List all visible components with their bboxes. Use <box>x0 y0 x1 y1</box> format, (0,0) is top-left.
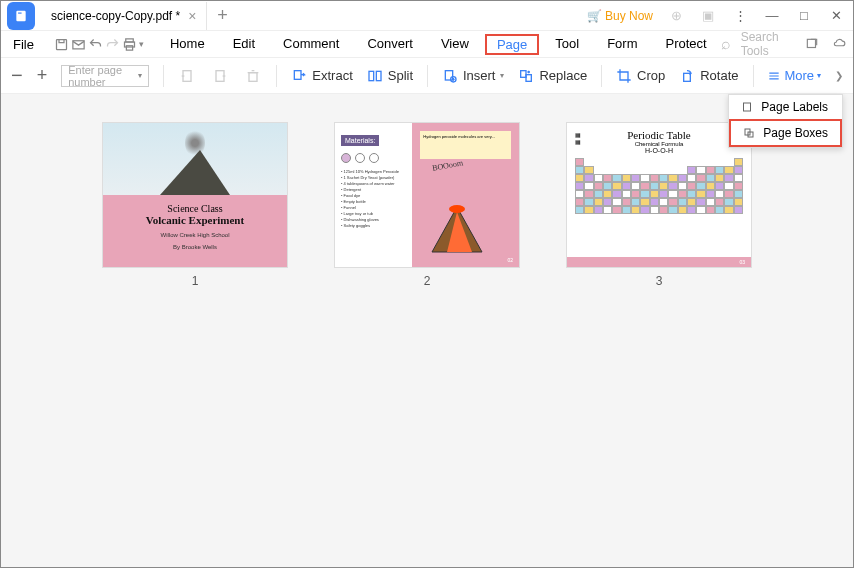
svg-rect-14 <box>445 70 452 79</box>
page-thumbnail-3[interactable]: ■■■ ▦▦ Periodic Table Chemical Formula H… <box>566 122 752 288</box>
search-icon: ⌕ <box>721 35 731 53</box>
zoom-out-button[interactable]: − <box>11 64 23 87</box>
redo-icon[interactable] <box>105 33 120 55</box>
menu-items: HomeEditCommentConvertViewPageToolFormPr… <box>158 34 719 55</box>
menu-edit[interactable]: Edit <box>221 34 267 55</box>
document-tab[interactable]: science-copy-Copy.pdf * × <box>41 2 207 30</box>
buy-now-button[interactable]: 🛒 Buy Now <box>587 9 653 23</box>
cloud-icon[interactable] <box>831 33 848 55</box>
page-number: 3 <box>656 274 663 288</box>
network-icon[interactable]: ⊕ <box>667 8 685 23</box>
page-number: 2 <box>424 274 431 288</box>
periodic-grid <box>575 158 743 214</box>
close-window-button[interactable]: ✕ <box>827 8 845 23</box>
svg-rect-12 <box>369 71 374 80</box>
svg-rect-13 <box>376 71 381 80</box>
chevron-down-icon: ▾ <box>138 71 142 80</box>
split-label: Split <box>388 68 413 83</box>
insert-label: Insert <box>463 68 496 83</box>
menu-tool[interactable]: Tool <box>543 34 591 55</box>
sticky-note: Hydrogen peroxide molecules are very... <box>420 131 511 159</box>
replace-button[interactable]: Replace <box>518 68 587 84</box>
doc-right-icon[interactable] <box>211 65 230 87</box>
save-icon[interactable] <box>54 33 69 55</box>
tab-title: science-copy-Copy.pdf * <box>51 9 180 23</box>
rotate-label: Rotate <box>700 68 738 83</box>
doc-left-icon[interactable] <box>178 65 197 87</box>
svg-rect-1 <box>18 12 22 13</box>
titlebar: science-copy-Copy.pdf * × + 🛒 Buy Now ⊕ … <box>1 1 853 31</box>
page-boxes-label: Page Boxes <box>763 126 828 140</box>
menu-page[interactable]: Page <box>485 34 539 55</box>
svg-rect-10 <box>249 72 257 81</box>
insert-icon <box>442 68 458 84</box>
menu-view[interactable]: View <box>429 34 481 55</box>
chevron-down-icon: ▾ <box>500 71 504 80</box>
boom-text: BOOoom <box>432 158 464 172</box>
search-tools-input[interactable]: Search Tools <box>741 30 794 58</box>
svg-rect-16 <box>521 70 526 77</box>
file-menu[interactable]: File <box>5 37 42 52</box>
zoom-in-button[interactable]: + <box>37 65 48 86</box>
menu-protect[interactable]: Protect <box>653 34 718 55</box>
separator <box>276 65 277 87</box>
page-thumbnail-2[interactable]: ■■■ Materials: • 125ml 10% Hydrogen Pero… <box>334 122 520 288</box>
slide-subtitle-1: Willow Creek High School <box>103 232 287 238</box>
separator <box>601 65 602 87</box>
volcano-drawing <box>422 197 492 257</box>
split-button[interactable]: Split <box>367 68 413 84</box>
page-marker: 02 <box>507 257 513 263</box>
page-labels-option[interactable]: Page Labels <box>729 95 842 119</box>
help-icon[interactable]: ▣ <box>699 8 717 23</box>
rotate-icon <box>679 68 695 84</box>
periodic-title: Periodic Table <box>575 129 743 141</box>
cart-icon: 🛒 <box>587 9 602 23</box>
separator <box>427 65 428 87</box>
chevron-down-icon: ▾ <box>817 71 821 80</box>
svg-rect-17 <box>526 74 531 81</box>
close-tab-icon[interactable]: × <box>188 8 196 24</box>
svg-rect-11 <box>295 70 302 79</box>
share-icon[interactable] <box>804 33 821 55</box>
more-dropdown: Page Labels Page Boxes <box>728 94 843 148</box>
rotate-button[interactable]: Rotate <box>679 68 738 84</box>
menu-convert[interactable]: Convert <box>355 34 425 55</box>
print-icon[interactable] <box>122 33 137 55</box>
menu-home[interactable]: Home <box>158 34 217 55</box>
delete-page-icon[interactable] <box>244 65 263 87</box>
slide-title-1: Science Class <box>103 203 287 214</box>
materials-list: • 125ml 10% Hydrogen Peroxide • 1 Sachet… <box>341 169 406 229</box>
slide-title-2: Volcanic Experiment <box>103 214 287 226</box>
page-number: 1 <box>192 274 199 288</box>
minimize-button[interactable]: — <box>763 8 781 23</box>
scroll-right-icon[interactable]: ❯ <box>835 70 843 81</box>
page-thumbnail-1[interactable]: ■■■ Science Class Volcanic Experiment Wi… <box>102 122 288 288</box>
page-labels-icon <box>741 101 753 113</box>
menu-comment[interactable]: Comment <box>271 34 351 55</box>
page-boxes-option[interactable]: Page Boxes <box>729 119 842 147</box>
svg-rect-7 <box>808 39 816 47</box>
replace-icon <box>518 68 534 84</box>
app-logo <box>7 2 35 30</box>
insert-button[interactable]: Insert ▾ <box>442 68 505 84</box>
kebab-menu-icon[interactable]: ⋮ <box>731 8 749 23</box>
mail-icon[interactable] <box>71 33 86 55</box>
print-dropdown-icon[interactable]: ▾ <box>139 39 144 49</box>
menu-form[interactable]: Form <box>595 34 649 55</box>
more-icon <box>767 69 781 83</box>
undo-icon[interactable] <box>88 33 103 55</box>
thumbnail-grid: ■■■ Science Class Volcanic Experiment Wi… <box>1 94 853 568</box>
page-boxes-icon <box>743 127 755 139</box>
replace-label: Replace <box>539 68 587 83</box>
page-number-input[interactable]: Enter page number ▾ <box>61 65 149 87</box>
extract-button[interactable]: Extract <box>291 68 352 84</box>
crop-icon <box>616 68 632 84</box>
more-label: More <box>784 68 814 83</box>
svg-rect-0 <box>16 10 25 21</box>
separator <box>163 65 164 87</box>
maximize-button[interactable]: □ <box>795 8 813 23</box>
crop-label: Crop <box>637 68 665 83</box>
more-button[interactable]: More ▾ <box>767 68 821 83</box>
add-tab-button[interactable]: + <box>207 5 238 26</box>
crop-button[interactable]: Crop <box>616 68 665 84</box>
